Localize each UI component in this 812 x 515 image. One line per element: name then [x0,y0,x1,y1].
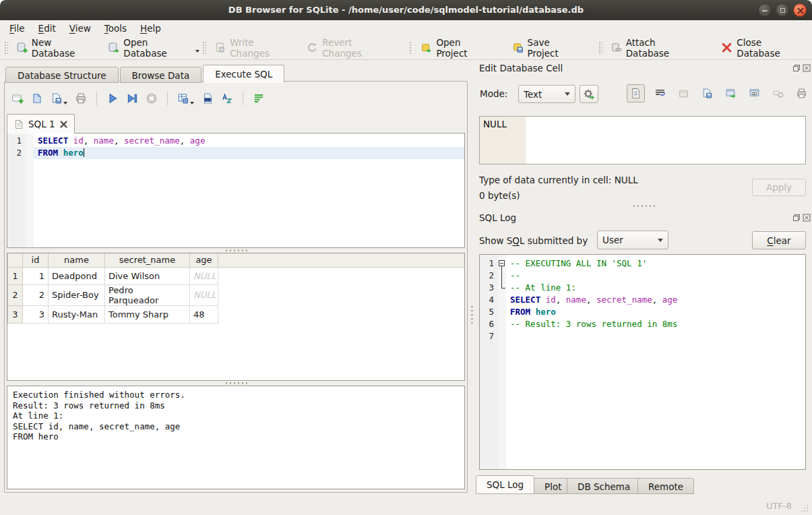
log-source-value: User [602,235,623,245]
cell-secret-name[interactable]: Pedro Parqueador [105,284,190,305]
table-row[interactable]: 3 3 Rusty-Man Tommy Sharp 48 [8,305,465,323]
print-cell-button[interactable] [793,85,810,102]
attach-database-button[interactable]: Attach Database [604,34,706,61]
row-header[interactable]: 1 [8,267,23,284]
results-grid[interactable]: id name secret_name age 1 1 Deadpond Div… [7,253,465,381]
save-results-button[interactable] [177,92,194,104]
clear-log-button[interactable]: Clear [752,231,806,249]
toolbar-drag-handle[interactable] [598,40,602,55]
main-vertical-splitter[interactable] [470,305,474,326]
bottom-tab-sql-log[interactable]: SQL Log [476,475,534,494]
menu-tools[interactable]: Tools [98,22,133,35]
write-changes-icon [214,42,226,53]
menu-help[interactable]: Help [133,22,168,35]
bottom-tab-remote[interactable]: Remote [637,478,694,494]
cell-age[interactable]: NULL [190,284,218,305]
new-sql-tab-button[interactable] [11,92,24,104]
menu-file[interactable]: File [3,22,32,35]
sql-log-view[interactable]: 1 -- EXECUTING ALL IN 'SQL 1' 2 -- 3 -- … [479,254,806,470]
row-header[interactable]: 3 [8,305,23,323]
log-source-combobox[interactable]: User [597,231,668,249]
tab-execute-sql[interactable]: Execute SQL [203,65,284,83]
cell-log-splitter[interactable] [632,204,655,208]
format-sql-button[interactable] [221,92,233,104]
edit-cell-dock-title: Edit Database Cell [479,63,563,73]
column-header-secret-name[interactable]: secret_name [105,253,190,267]
cell-value-editor[interactable]: NULL [479,116,806,164]
log-line: 4 SELECT id, name, secret_name, age [480,294,805,306]
save-sql-menu-caret[interactable] [63,102,67,104]
maximize-button[interactable] [776,3,789,17]
toolbar-separator [243,92,243,105]
sql-editor[interactable]: 1 SELECT id, name, secret_name, age 2 FR… [7,133,465,248]
open-database-icon [108,42,119,53]
new-database-button[interactable]: New Database [10,34,102,61]
title-bar[interactable]: DB Browser for SQLite - /home/user/code/… [0,0,812,20]
menu-bar: File Edit View Tools Help [0,20,812,36]
corner-header[interactable] [8,253,23,267]
close-database-button[interactable]: Close Database [715,34,812,61]
save-sql-file-button[interactable] [51,92,67,104]
fold-collapse-icon[interactable] [499,260,505,266]
save-results-menu-caret[interactable] [190,102,194,104]
open-sql-file-button[interactable] [31,92,43,104]
import-in-cell-button[interactable] [580,85,598,103]
save-project-button[interactable]: Save Project [506,34,588,61]
link-data-button[interactable] [746,85,763,102]
cell-id[interactable]: 2 [23,284,49,305]
results-output-splitter[interactable] [224,382,247,385]
window-title: DB Browser for SQLite - /home/user/code/… [0,0,812,20]
menu-view[interactable]: View [63,22,98,35]
export-data-button[interactable] [699,85,716,102]
log-line: 7 [480,330,805,342]
cell-id[interactable]: 3 [23,305,49,323]
column-header-id[interactable]: id [23,253,49,267]
line-number: 1 [7,135,26,147]
dock-float-icon[interactable] [792,214,801,222]
resize-grip[interactable] [800,504,809,512]
cell-secret-name[interactable]: Dive Wilson [105,267,190,284]
open-project-button[interactable]: Open Project [414,34,499,61]
close-sql-tab-icon[interactable] [60,121,67,128]
word-wrap-cell-button[interactable] [652,85,668,102]
open-database-button[interactable]: Open Database [102,34,198,61]
cell-name[interactable]: Rusty-Man [49,305,105,323]
editor-results-splitter[interactable] [224,249,247,252]
open-external-button[interactable] [722,85,739,102]
column-header-name[interactable]: name [49,253,105,267]
table-row[interactable]: 1 1 Deadpond Dive Wilson NULL [8,267,465,284]
editor-line-text: FROM hero [34,147,464,159]
bottom-tab-db-schema[interactable]: DB Schema [567,478,641,494]
find-in-sql-button[interactable] [201,92,214,104]
toolbar-drag-handle[interactable] [408,40,413,55]
cell-name[interactable]: Deadpond [49,267,105,284]
column-header-age[interactable]: age [190,253,218,267]
table-row[interactable]: 2 2 Spider-Boy Pedro Parqueador NULL [8,284,465,305]
dock-close-icon[interactable] [803,64,811,72]
open-database-menu-caret[interactable] [195,50,199,53]
row-header[interactable]: 2 [8,284,23,305]
word-wrap-button[interactable] [253,92,265,104]
mode-combobox[interactable]: Text [518,85,575,103]
dock-close-icon[interactable] [803,214,811,222]
cell-age[interactable]: NULL [190,267,218,284]
print-sql-button[interactable] [75,92,87,104]
cell-id[interactable]: 1 [23,267,49,284]
execute-all-button[interactable] [106,92,119,104]
minimize-button[interactable] [758,3,772,17]
cell-secret-name[interactable]: Tommy Sharp [105,305,190,323]
menu-edit[interactable]: Edit [32,22,63,35]
tab-browse-data[interactable]: Browse Data [120,67,202,83]
text-mode-button[interactable] [627,84,645,102]
tab-database-structure[interactable]: Database Structure [5,67,119,83]
dock-float-icon[interactable] [792,64,801,72]
log-line: 3 -- At line 1: [480,282,805,294]
execution-output[interactable]: Execution finished without errors. Resul… [7,386,465,489]
cell-age[interactable]: 48 [190,305,218,323]
gear-apply-icon [583,88,595,100]
close-button[interactable] [793,3,807,17]
execute-current-line-button[interactable] [126,92,138,104]
sql-document-tab[interactable]: SQL 1 [7,114,75,133]
toolbar-drag-handle[interactable] [3,40,8,55]
cell-name[interactable]: Spider-Boy [49,284,105,305]
